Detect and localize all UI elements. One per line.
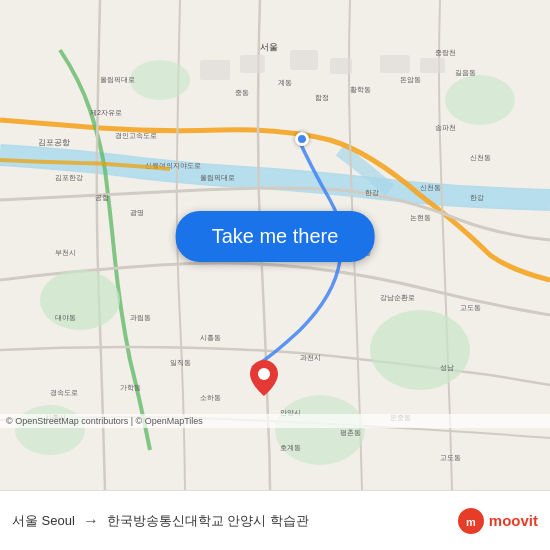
svg-text:m: m <box>466 516 476 528</box>
svg-text:한강: 한강 <box>470 194 484 201</box>
take-me-there-button[interactable]: Take me there <box>176 211 375 262</box>
svg-text:일직동: 일직동 <box>170 359 191 367</box>
svg-text:평촌동: 평촌동 <box>340 429 361 436</box>
svg-text:과림동: 과림동 <box>130 314 151 322</box>
svg-text:황학동: 황학동 <box>350 86 371 94</box>
bottom-bar: 서울 Seoul → 한국방송통신대학교 안양시 학습관 m moovit <box>0 490 550 550</box>
svg-rect-7 <box>200 60 230 80</box>
route-arrow: → <box>83 512 99 530</box>
moovit-logo-icon: m <box>457 507 485 535</box>
svg-text:소하동: 소하동 <box>200 394 221 401</box>
svg-text:길음동: 길음동 <box>455 69 476 77</box>
svg-text:호계동: 호계동 <box>280 444 301 451</box>
svg-text:성남: 성남 <box>440 364 454 372</box>
svg-text:송파천: 송파천 <box>435 124 456 131</box>
svg-point-4 <box>130 60 190 100</box>
svg-text:신천동: 신천동 <box>420 184 441 191</box>
svg-text:부천시: 부천시 <box>55 249 76 256</box>
svg-text:고도동: 고도동 <box>460 304 481 311</box>
route-to: 한국방송통신대학교 안양시 학습관 <box>107 512 457 530</box>
svg-text:돈암동: 돈암동 <box>400 76 421 84</box>
moovit-logo: m moovit <box>457 507 538 535</box>
svg-text:가학동: 가학동 <box>120 384 141 392</box>
destination-pin <box>250 360 278 396</box>
svg-text:과천시: 과천시 <box>300 354 321 361</box>
svg-text:고도동: 고도동 <box>440 454 461 461</box>
route-from: 서울 Seoul <box>12 512 75 530</box>
svg-point-3 <box>445 75 515 125</box>
svg-point-55 <box>258 368 270 380</box>
svg-rect-12 <box>420 58 445 73</box>
map-container: 김포공항 서울 광명 부천시 대야동 과림동 일직동 가학동 경속도로 시흥시 … <box>0 0 550 490</box>
svg-rect-8 <box>240 55 265 73</box>
svg-point-2 <box>370 310 470 390</box>
svg-point-1 <box>40 270 120 330</box>
svg-text:경속도로: 경속도로 <box>50 389 78 397</box>
svg-text:중동: 중동 <box>235 89 249 96</box>
svg-text:합정: 합정 <box>315 94 329 102</box>
svg-rect-10 <box>330 58 352 74</box>
svg-text:대야동: 대야동 <box>55 314 76 321</box>
start-location-dot <box>295 132 309 146</box>
svg-text:서울: 서울 <box>260 42 278 52</box>
svg-text:계동: 계동 <box>278 79 292 86</box>
svg-text:논현동: 논현동 <box>410 214 431 221</box>
svg-text:시흥동: 시흥동 <box>200 334 221 342</box>
svg-rect-9 <box>290 50 318 70</box>
svg-rect-11 <box>380 55 410 73</box>
svg-point-6 <box>15 405 85 455</box>
moovit-text: moovit <box>489 512 538 529</box>
svg-text:김포공항: 김포공항 <box>38 138 70 147</box>
map-attribution: © OpenStreetMap contributors | © OpenMap… <box>0 414 550 428</box>
svg-text:광명: 광명 <box>130 209 144 217</box>
svg-text:올림픽대로: 올림픽대로 <box>100 76 135 84</box>
svg-text:한강: 한강 <box>365 189 379 196</box>
svg-text:올림픽대로: 올림픽대로 <box>200 174 235 182</box>
svg-text:경인고속도로: 경인고속도로 <box>115 132 157 140</box>
svg-text:신천동: 신천동 <box>470 154 491 161</box>
svg-text:공항: 공항 <box>95 194 109 202</box>
svg-text:중랑천: 중랑천 <box>435 49 456 56</box>
svg-text:강남순환로: 강남순환로 <box>380 294 415 302</box>
svg-text:김포한강: 김포한강 <box>55 174 83 182</box>
svg-text:제2자유로: 제2자유로 <box>90 109 122 116</box>
